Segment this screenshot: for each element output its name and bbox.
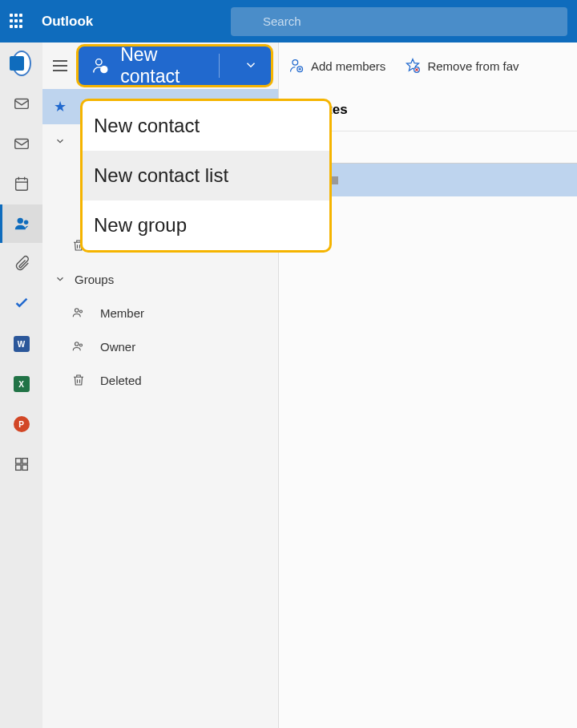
dropdown-item-new-contact[interactable]: New contact: [83, 101, 329, 151]
add-members-button[interactable]: Add members: [288, 58, 385, 74]
svg-point-18: [80, 310, 83, 313]
sidebar-groups-deleted-label: Deleted: [100, 374, 142, 387]
person-add-icon: [288, 58, 305, 74]
todo-icon[interactable]: [12, 294, 31, 313]
star-remove-icon: [405, 58, 421, 74]
app-launcher-icon[interactable]: [10, 14, 26, 30]
svg-rect-10: [15, 459, 20, 463]
svg-rect-2: [14, 99, 28, 109]
svg-rect-12: [15, 465, 20, 470]
calendar-icon[interactable]: [12, 174, 31, 193]
hamburger-icon[interactable]: [47, 60, 73, 71]
dropdown-item-new-contact-list[interactable]: New contact list: [83, 151, 329, 200]
svg-point-19: [75, 342, 79, 346]
mail-unread-icon[interactable]: [12, 94, 31, 113]
new-contact-chevron[interactable]: [231, 55, 271, 77]
person-add-icon: +: [91, 55, 109, 77]
svg-rect-13: [22, 465, 26, 470]
chevron-down-icon: [244, 58, 258, 72]
sidebar-member-label: Member: [100, 306, 144, 320]
attachment-icon[interactable]: [12, 254, 31, 273]
sidebar-item-groups[interactable]: Groups: [42, 262, 278, 296]
svg-rect-4: [15, 179, 27, 191]
people-icon: [71, 339, 86, 354]
sidebar-item-groups-deleted[interactable]: Deleted: [42, 363, 278, 397]
powerpoint-icon[interactable]: P: [12, 415, 31, 434]
sidebar-owner-label: Owner: [100, 340, 135, 354]
svg-point-21: [293, 60, 298, 66]
chevron-down-icon: [54, 135, 67, 147]
svg-point-9: [24, 220, 29, 224]
new-contact-button[interactable]: + New contact: [76, 44, 273, 87]
word-icon[interactable]: W: [12, 334, 31, 354]
svg-point-17: [75, 309, 79, 313]
excel-icon[interactable]: X: [12, 374, 31, 394]
add-members-label: Add members: [311, 59, 385, 73]
new-contact-dropdown: New contact New contact list New group: [80, 99, 332, 253]
people-icon: [71, 305, 86, 320]
trash-icon: [71, 373, 86, 387]
svg-point-8: [18, 218, 23, 224]
outlook-badge-icon[interactable]: [12, 54, 31, 73]
svg-rect-11: [22, 459, 26, 463]
remove-favorites-button[interactable]: Remove from fav: [405, 58, 518, 74]
more-apps-icon[interactable]: [12, 455, 31, 474]
sidebar-groups-label: Groups: [75, 273, 114, 286]
svg-point-20: [80, 344, 83, 346]
chevron-down-icon: [54, 273, 67, 285]
new-contact-label: New contact: [120, 44, 201, 87]
remove-favorites-label: Remove from fav: [427, 59, 518, 73]
svg-rect-3: [14, 140, 28, 149]
mail-icon[interactable]: [12, 134, 31, 153]
people-icon[interactable]: [0, 204, 42, 243]
left-rail: W X P: [0, 42, 42, 728]
sidebar-item-member[interactable]: Member: [42, 296, 278, 330]
star-icon: ★: [54, 98, 67, 115]
svg-text:+: +: [102, 65, 106, 73]
svg-point-14: [95, 59, 101, 65]
sidebar-item-owner[interactable]: Owner: [42, 330, 278, 363]
search-input[interactable]: [231, 7, 567, 36]
app-title: Outlook: [42, 14, 93, 30]
dropdown-item-new-group[interactable]: New group: [83, 200, 329, 250]
